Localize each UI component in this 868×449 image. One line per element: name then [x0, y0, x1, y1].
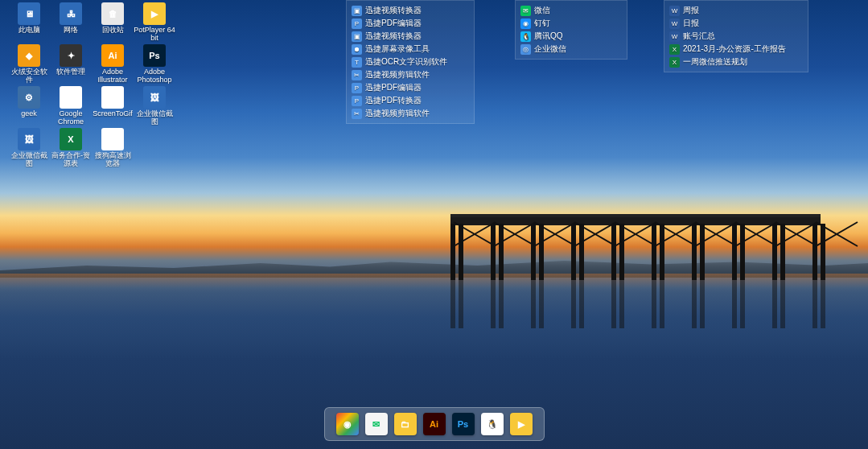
fence-item[interactable]: X一周微信推送规划	[666, 56, 806, 68]
app-icon: W	[669, 6, 680, 16]
fence-item-label: 迅捷视频剪辑软件	[365, 69, 430, 80]
app-icon: P	[352, 83, 362, 93]
fence-item[interactable]: ▣迅捷视频转换器	[348, 4, 472, 17]
app-icon: ✂	[352, 70, 362, 80]
app-icon: ⚙	[18, 86, 40, 109]
app-icon: X	[60, 128, 82, 150]
fence-item[interactable]: P迅捷PDF编辑器	[348, 17, 472, 30]
desktop-icon[interactable]: S搜狗高速浏览器	[92, 127, 134, 167]
app-icon: ✦	[60, 44, 82, 67]
dock-item-chrome[interactable]: ◉	[336, 413, 359, 435]
app-icon: ✂	[352, 109, 362, 119]
fence-item-label: 迅捷视频转换器	[365, 31, 422, 42]
dock-item-photoshop[interactable]: Ps	[452, 413, 475, 435]
fence-item-label: 迅捷视频转换器	[365, 5, 422, 16]
dock: ◉✉🗀AiPs🐧▶	[324, 407, 545, 441]
desktop-icon[interactable]: ⚙geek	[8, 85, 50, 126]
fence-item-label: 迅捷屏幕录像工具	[365, 43, 430, 55]
app-icon: ◆	[18, 44, 40, 67]
app-icon: ▣	[352, 6, 362, 16]
fence-item[interactable]: T迅捷OCR文字识别软件	[348, 56, 472, 68]
dock-item-wechat[interactable]: ✉	[365, 413, 388, 435]
app-icon: ▶	[143, 2, 166, 25]
desktop-icon[interactable]: 🗑回收站	[92, 2, 134, 42]
fence-item-label: 企业微信	[534, 43, 566, 55]
icon-label: Google Chrome	[50, 109, 92, 126]
dock-item-illustrator[interactable]: Ai	[423, 413, 446, 435]
icon-label: 此电脑	[19, 26, 40, 34]
app-icon: Ps	[143, 44, 166, 67]
app-icon: ◎	[520, 44, 531, 55]
fence-item[interactable]: P迅捷PDF编辑器	[348, 81, 472, 94]
app-icon: X	[669, 57, 680, 68]
fence-item-label: 微信	[534, 5, 550, 16]
fence-item[interactable]: ✂迅捷视频剪辑软件	[348, 107, 472, 120]
desktop-icon[interactable]: ✦软件管理	[50, 43, 92, 84]
fence-item-label: 钉钉	[534, 18, 550, 29]
fence-item[interactable]: W周报	[666, 4, 806, 17]
desktop-icon[interactable]: ◉Google Chrome	[50, 85, 92, 126]
fence-item-label: 2021-3月-办公资源-工作报告	[683, 43, 786, 55]
icon-label: ScreenToGif	[93, 109, 133, 117]
app-icon: ✉	[520, 6, 531, 16]
app-icon: ⏺	[352, 44, 362, 55]
desktop-icon[interactable]: AiAdobe Illustrator CC 2018	[92, 43, 134, 84]
desktop-icon[interactable]: ⏺ScreenToGif	[92, 85, 134, 126]
icon-label: 搜狗高速浏览器	[92, 151, 134, 167]
icon-label: 火绒安全软件	[8, 68, 50, 84]
desktop-icon[interactable]: 🖥此电脑	[8, 2, 50, 42]
dock-item-qq[interactable]: 🐧	[481, 413, 504, 435]
desktop-icon[interactable]: PsAdobe Photoshop CC 2...	[134, 43, 175, 84]
fence-item[interactable]: ◎企业微信	[517, 43, 625, 56]
fence-item-label: 迅捷PDF编辑器	[365, 82, 422, 93]
fence-item[interactable]: ▣迅捷视频转换器	[348, 30, 472, 43]
fence-item[interactable]: ⏺迅捷屏幕录像工具	[348, 43, 472, 56]
fence-item-label: 一周微信推送规划	[683, 56, 747, 68]
app-icon: S	[101, 128, 124, 150]
fence-item[interactable]: W日报	[666, 17, 806, 30]
icon-label: geek	[21, 109, 37, 117]
fence-item[interactable]: X2021-3月-办公资源-工作报告	[666, 43, 806, 56]
fence-item[interactable]: P迅捷PDF转换器	[348, 94, 472, 107]
icon-label: Adobe Illustrator CC 2018	[92, 68, 134, 84]
app-icon: 🖼	[143, 86, 166, 109]
desktop-icon[interactable]: ▶PotPlayer 64 bit	[134, 2, 175, 42]
app-icon: 🗑	[101, 2, 124, 25]
fence-item-label: 迅捷视频剪辑软件	[365, 108, 430, 119]
icon-label: Adobe Photoshop CC 2...	[134, 68, 175, 84]
desktop-icon[interactable]: 🖼企业微信截图_20210303...	[8, 127, 50, 167]
desktop-icon[interactable]: 🖼企业微信截图_20210303...	[134, 85, 175, 126]
app-icon: 🖥	[18, 2, 40, 25]
icon-label: 企业微信截图_20210303...	[8, 151, 50, 167]
fence-panel-chat: ✉微信◉钉钉🐧腾讯QQ◎企业微信	[515, 0, 627, 60]
fence-item[interactable]: 🐧腾讯QQ	[517, 30, 625, 43]
fence-panel-docs: W周报W日报W账号汇总X2021-3月-办公资源-工作报告X一周微信推送规划	[664, 0, 808, 72]
fence-item-label: 腾讯QQ	[534, 31, 563, 42]
dock-item-folder[interactable]: 🗀	[394, 413, 417, 435]
app-icon: Ai	[101, 44, 124, 67]
app-icon: 🐧	[520, 31, 531, 42]
fence-item-label: 迅捷OCR文字识别软件	[365, 56, 447, 68]
app-icon: P	[352, 19, 362, 29]
app-icon: 🖼	[18, 128, 40, 150]
dock-item-potplayer[interactable]: ▶	[510, 413, 533, 435]
icon-label: PotPlayer 64 bit	[134, 26, 175, 42]
desktop-icon[interactable]: X商务合作-资源表	[50, 127, 92, 167]
desktop-icon[interactable]: 🖧网络	[50, 2, 92, 42]
fence-item[interactable]: ✂迅捷视频剪辑软件	[348, 68, 472, 81]
fence-item-label: 账号汇总	[683, 31, 715, 42]
fence-item[interactable]: ✉微信	[517, 4, 625, 17]
fence-item-label: 迅捷PDF转换器	[365, 95, 422, 106]
fence-panel-tools: ▣迅捷视频转换器P迅捷PDF编辑器▣迅捷视频转换器⏺迅捷屏幕录像工具T迅捷OCR…	[346, 0, 475, 124]
icon-label: 企业微信截图_20210303...	[134, 109, 175, 126]
fence-item[interactable]: W账号汇总	[666, 30, 806, 43]
app-icon: X	[669, 44, 680, 55]
icon-label: 软件管理	[56, 68, 85, 76]
fence-item[interactable]: ◉钉钉	[517, 17, 625, 30]
app-icon: W	[669, 31, 680, 42]
fence-item-label: 日报	[683, 18, 699, 29]
app-icon: ▣	[352, 31, 362, 42]
desktop-icon[interactable]: ◆火绒安全软件	[8, 43, 50, 84]
app-icon: T	[352, 57, 362, 68]
fence-item-label: 周报	[683, 5, 699, 16]
